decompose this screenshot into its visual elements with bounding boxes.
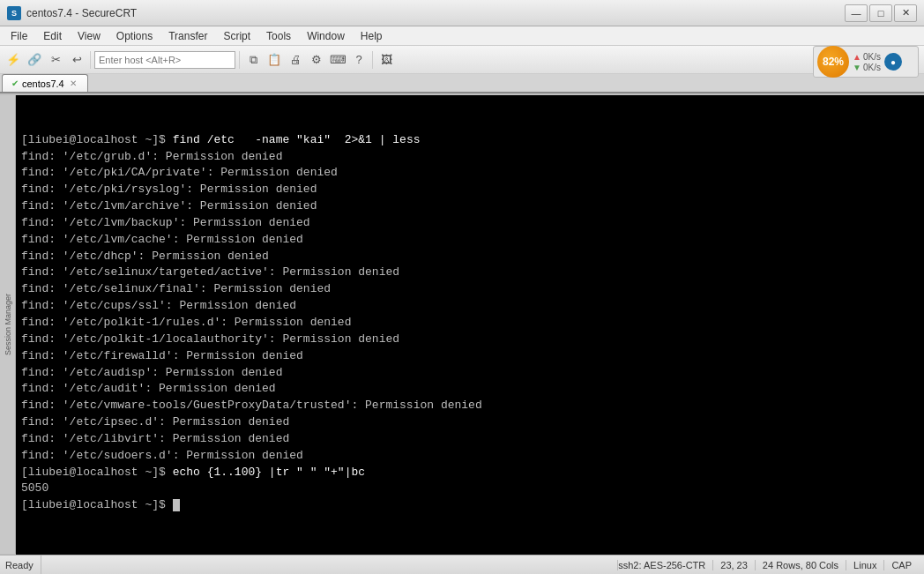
toolbar-sep1 (90, 51, 91, 69)
term-line-18: find: '/etc/libvirt': Permission denied (21, 431, 919, 448)
terminal-content: [liubei@localhost ~]$ find /etc -name "k… (21, 99, 919, 548)
upload-value: 0K/s (863, 52, 881, 62)
download-value: 0K/s (863, 63, 881, 72)
term-line-3: find: '/etc/pki/rsyslog': Permission den… (21, 182, 919, 198)
toolbar-settings-btn[interactable]: ⚙ (307, 50, 326, 70)
term-line-15: find: '/etc/audit': Permission denied (21, 381, 919, 398)
toolbar-map-btn[interactable]: ⌨ (328, 50, 347, 70)
status-dim-text: 24 Rows, 80 Cols (763, 560, 838, 570)
toolbar-disconnect-btn[interactable]: ✂ (46, 50, 65, 70)
toolbar-connect-btn[interactable]: 🔗 (25, 50, 44, 70)
terminal-cursor (173, 499, 180, 511)
toolbar-print-btn[interactable]: 🖨 (286, 50, 305, 70)
term-line-22: [liubei@localhost ~]$ (21, 497, 919, 514)
toolbar-sep2 (239, 51, 240, 69)
menu-script[interactable]: Script (216, 28, 257, 44)
menu-tools[interactable]: Tools (259, 28, 298, 44)
status-right: ssh2: AES-256-CTR 23, 23 24 Rows, 80 Col… (617, 560, 919, 570)
menu-view[interactable]: View (71, 28, 108, 44)
menu-bar: File Edit View Options Transfer Script T… (0, 26, 924, 46)
term-prompt-2: [liubei@localhost ~]$ (21, 498, 173, 511)
term-line-6: find: '/etc/lvm/cache': Permission denie… (21, 232, 919, 249)
status-session: ssh2: AES-256-CTR (617, 560, 712, 570)
term-prompt-0: [liubei@localhost ~]$ (21, 133, 173, 146)
close-button[interactable]: ✕ (894, 4, 917, 22)
term-line-9: find: '/etc/selinux/final': Permission d… (21, 281, 919, 298)
host-input[interactable] (94, 51, 235, 69)
term-line-11: find: '/etc/polkit-1/rules.d': Permissio… (21, 315, 919, 332)
toolbar: ⚡ 🔗 ✂ ↩ ⧉ 📋 🖨 ⚙ ⌨ ? 🖼 82% ▲ 0K/s ▼ 0K/s … (0, 46, 924, 74)
toolbar-copy-btn[interactable]: ⧉ (243, 50, 263, 70)
menu-file[interactable]: File (4, 28, 34, 44)
term-prompt-1: [liubei@localhost ~]$ (21, 466, 173, 479)
tab-centos74[interactable]: ✔ centos7.4 ✕ (2, 74, 88, 92)
sidebar-label: Session Manager (4, 294, 12, 355)
term-line-16: find: '/etc/vmware-tools/GuestProxyData/… (21, 398, 919, 414)
term-cmd-1: echo {1..100} |tr " " "+"|bc (173, 466, 365, 479)
tab-bar: ✔ centos7.4 ✕ (0, 74, 924, 93)
terminal-area[interactable]: [liubei@localhost ~]$ find /etc -name "k… (16, 95, 924, 555)
status-os: Linux (846, 560, 883, 570)
term-line-14: find: '/etc/audisp': Permission denied (21, 365, 919, 382)
network-percentage: 82% (817, 46, 849, 78)
minimize-button[interactable]: — (845, 4, 868, 22)
toolbar-paste-btn[interactable]: 📋 (265, 50, 284, 70)
term-line-7: find: '/etc/dhcp': Permission denied (21, 249, 919, 265)
term-line-13: find: '/etc/firewalld': Permission denie… (21, 348, 919, 365)
toolbar-help-btn[interactable]: ? (349, 50, 369, 70)
title-controls: — □ ✕ (845, 4, 917, 22)
tab-label: centos7.4 (22, 78, 64, 89)
toolbar-sep3 (372, 51, 373, 69)
menu-edit[interactable]: Edit (36, 28, 69, 44)
term-line-5: find: '/etc/lvm/backup': Permission deni… (21, 215, 919, 232)
upload-arrow-icon: ▲ (853, 52, 861, 62)
network-blue-btn[interactable]: ● (884, 53, 902, 71)
term-line-0: [liubei@localhost ~]$ find /etc -name "k… (21, 132, 919, 149)
term-line-1: find: '/etc/grub.d': Permission denied (21, 149, 919, 166)
network-speeds: ▲ 0K/s ▼ 0K/s (853, 52, 881, 72)
term-line-21: 5050 (21, 481, 919, 497)
menu-transfer[interactable]: Transfer (161, 28, 214, 44)
term-line-20: [liubei@localhost ~]$ echo {1..100} |tr … (21, 465, 919, 481)
maximize-button[interactable]: □ (869, 4, 892, 22)
status-ready-text: Ready (5, 560, 34, 570)
term-line-12: find: '/etc/polkit-1/localauthority': Pe… (21, 332, 919, 348)
term-line-17: find: '/etc/ipsec.d': Permission denied (21, 414, 919, 431)
window-title: centos7.4 - SecureCRT (26, 7, 137, 19)
menu-window[interactable]: Window (300, 28, 352, 44)
left-sidebar: Session Manager (0, 95, 16, 554)
status-cursor-text: 23, 23 (720, 560, 748, 570)
network-indicator: 82% ▲ 0K/s ▼ 0K/s ● (813, 46, 919, 78)
status-caps: CAP (883, 560, 919, 570)
toolbar-new-btn[interactable]: ⚡ (4, 50, 23, 70)
download-arrow-icon: ▼ (853, 63, 861, 72)
status-ready: Ready (5, 555, 41, 574)
title-bar: S centos7.4 - SecureCRT — □ ✕ (0, 0, 924, 26)
term-line-19: find: '/etc/sudoers.d': Permission denie… (21, 448, 919, 465)
menu-options[interactable]: Options (109, 28, 160, 44)
download-speed: ▼ 0K/s (853, 63, 881, 72)
status-bar: Ready ssh2: AES-256-CTR 23, 23 24 Rows, … (0, 555, 924, 574)
app-icon: S (7, 6, 21, 20)
status-os-text: Linux (853, 560, 876, 570)
toolbar-img-btn[interactable]: 🖼 (376, 50, 396, 70)
status-cursor-pos: 23, 23 (712, 560, 755, 570)
tab-close-btn[interactable]: ✕ (68, 78, 78, 88)
toolbar-reconnect-btn[interactable]: ↩ (67, 50, 86, 70)
status-dimensions: 24 Rows, 80 Cols (755, 560, 846, 570)
menu-help[interactable]: Help (354, 28, 390, 44)
term-line-10: find: '/etc/cups/ssl': Permission denied (21, 298, 919, 315)
term-line-2: find: '/etc/pki/CA/private': Permission … (21, 165, 919, 182)
term-line-4: find: '/etc/lvm/archive': Permission den… (21, 198, 919, 215)
tab-active-icon: ✔ (11, 78, 19, 88)
title-left: S centos7.4 - SecureCRT (7, 6, 137, 20)
status-session-text: ssh2: AES-256-CTR (618, 560, 705, 570)
term-cmd-0: find /etc -name "kai" 2>&1 | less (173, 133, 421, 146)
status-caps-text: CAP (891, 560, 912, 570)
upload-speed: ▲ 0K/s (853, 52, 881, 62)
term-line-8: find: '/etc/selinux/targeted/active': Pe… (21, 265, 919, 281)
